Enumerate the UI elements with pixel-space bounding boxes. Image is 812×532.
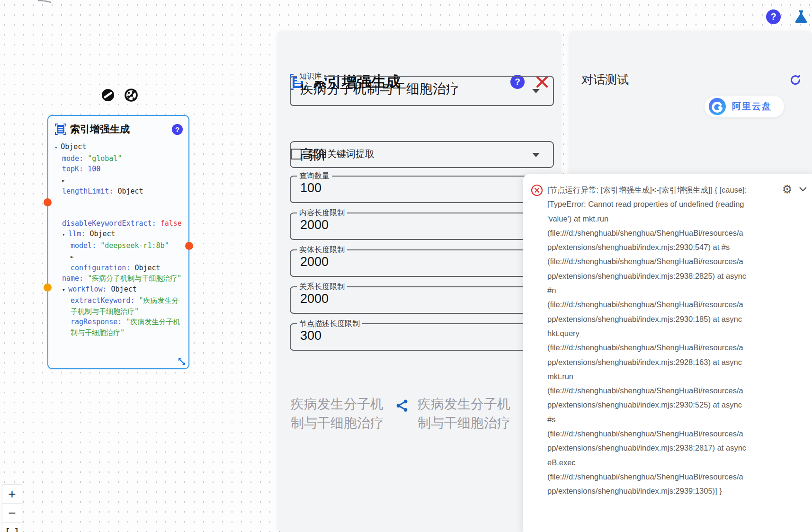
relation-limit-label: 关系长度限制 — [297, 282, 347, 292]
error-stack-trace: [TypeError: Cannot read properties of un… — [547, 197, 781, 498]
relation-limit-value: 2000 — [300, 292, 329, 306]
node-title: 索引增强生成 — [70, 123, 172, 136]
relation-limit-field[interactable]: 关系长度限制 2000 — [290, 286, 554, 314]
content-limit-value: 2000 — [300, 218, 329, 232]
node-properties-panel: 索引增强生成 ? 知识库 疾病分子机制与干细胞治疗 禁用关键词提取 高阶 查询数… — [277, 31, 561, 532]
canvas-zoom-toolbar: + − [] — [2, 484, 22, 532]
knowledge-chip[interactable]: 疾病发生分子机制与干细胞治疗 — [418, 395, 517, 433]
mode-select[interactable]: 高阶 — [290, 141, 554, 168]
input-port[interactable] — [44, 284, 52, 292]
node-desc-limit-label: 节点描述长度限制 — [297, 319, 362, 328]
zoom-out-button[interactable]: − — [2, 504, 22, 523]
content-limit-label: 内容长度限制 — [297, 208, 347, 218]
node-help-icon[interactable]: ? — [172, 124, 183, 135]
content-limit-field[interactable]: 内容长度限制 2000 — [290, 213, 554, 240]
zoom-in-button[interactable]: + — [2, 485, 22, 504]
knowledge-base-label: 知识库 — [297, 71, 324, 81]
refresh-icon[interactable] — [789, 74, 802, 86]
knowledge-chips: 疾病发生分子机制与干细胞治疗 疾病发生分子机制与干细胞治疗 — [291, 395, 517, 433]
error-message-panel: [节点运行异常: [索引增强生成]<-[索引增强生成]] { [cause]: … — [523, 174, 812, 532]
chevron-down-icon — [532, 89, 540, 93]
fit-view-button[interactable]: [] — [2, 523, 22, 532]
query-count-value: 100 — [300, 181, 321, 195]
mode-select-value: 高阶 — [300, 146, 327, 164]
output-port[interactable] — [185, 242, 193, 250]
aliyun-drive-badge[interactable]: 阿里云盘 — [705, 96, 784, 117]
entity-limit-field[interactable]: 实体长度限制 2000 — [290, 249, 554, 277]
node-type-icon — [55, 124, 66, 135]
workflow-node[interactable]: 索引增强生成 ? ▾ Objectmode: "global"topK: 100… — [47, 115, 189, 369]
node-properties-tree: ▾ Objectmode: "global"topK: 100►lengthLi… — [48, 138, 188, 338]
edge-stub — [37, 0, 56, 4]
query-count-field[interactable]: 查询数量 100 — [290, 176, 554, 203]
entity-limit-value: 2000 — [300, 255, 329, 269]
share-icon[interactable] — [395, 399, 409, 415]
node-resize-handle[interactable] — [177, 357, 187, 366]
aliyun-drive-logo-icon — [708, 98, 726, 115]
chevron-down-icon[interactable] — [799, 186, 807, 192]
error-header: [节点运行异常: [索引增强生成]<-[索引增强生成]] { [cause]: — [547, 183, 781, 197]
knowledge-chip[interactable]: 疾病发生分子机制与干细胞治疗 — [291, 395, 390, 433]
node-desc-limit-field[interactable]: 节点描述长度限制 300 — [290, 323, 554, 351]
aliyun-drive-label: 阿里云盘 — [732, 100, 772, 113]
gear-icon[interactable]: ⚙ — [782, 183, 793, 196]
entity-limit-label: 实体长度限制 — [297, 245, 347, 255]
query-count-label: 查询数量 — [297, 171, 332, 181]
input-port[interactable] — [44, 198, 52, 206]
node-desc-limit-value: 300 — [300, 328, 321, 343]
chat-panel-title: 对话测试 — [581, 72, 789, 88]
knowledge-base-select[interactable]: 知识库 疾病分子机制与干细胞治疗 — [290, 76, 554, 106]
mute-node-icon[interactable] — [101, 88, 115, 102]
fit-view-icon: [] — [1, 526, 23, 532]
error-icon — [531, 184, 543, 196]
bypass-node-icon[interactable] — [124, 88, 138, 102]
help-icon[interactable]: ? — [766, 9, 781, 24]
knowledge-base-value: 疾病分子机制与干细胞治疗 — [300, 80, 459, 98]
chevron-down-icon — [532, 153, 540, 157]
flask-icon[interactable] — [794, 9, 808, 24]
